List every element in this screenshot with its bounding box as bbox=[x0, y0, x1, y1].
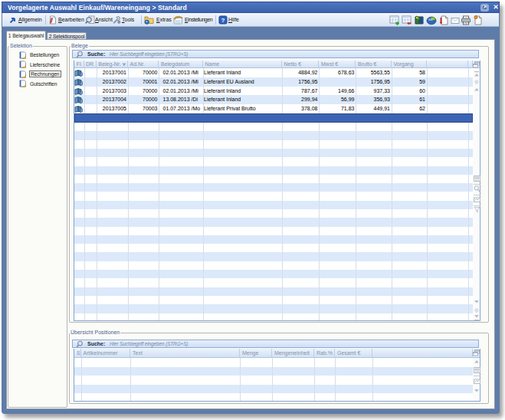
svg-text:?: ? bbox=[221, 17, 225, 24]
